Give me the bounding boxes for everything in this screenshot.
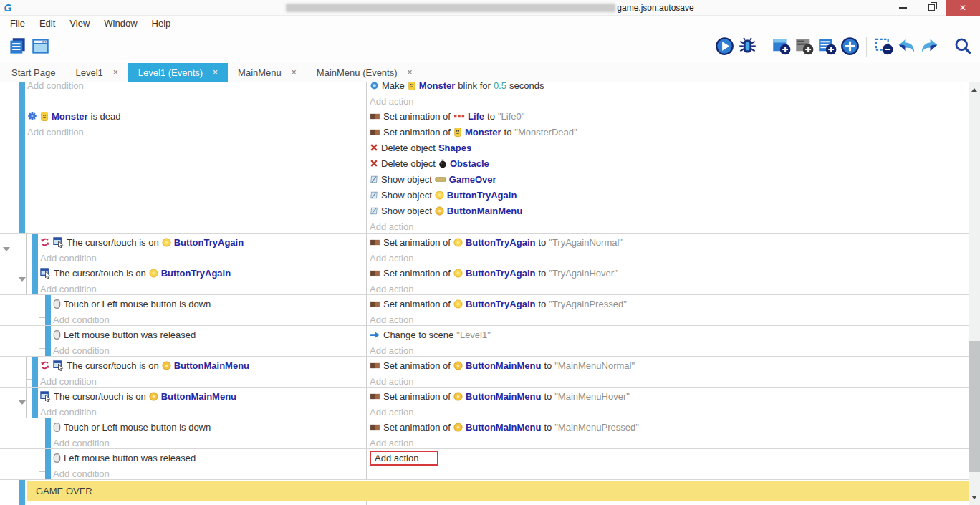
add-circle-button[interactable]: [838, 36, 861, 59]
tab-start-page[interactable]: Start Page: [1, 63, 65, 82]
actions-column[interactable]: Set animation of ButtonTryAgain to "TryA…: [367, 234, 969, 264]
debug-button[interactable]: [736, 36, 759, 59]
menu-window[interactable]: Window: [97, 16, 144, 32]
menu-edit[interactable]: Edit: [32, 16, 62, 32]
tab-close-icon[interactable]: ×: [292, 67, 297, 77]
conditions-column[interactable]: Left mouse button was releasedAdd condit…: [53, 326, 367, 356]
condition-line[interactable]: Touch or Left mouse button is down: [53, 296, 366, 312]
event-row[interactable]: Touch or Left mouse button is downAdd co…: [0, 418, 969, 449]
scroll-down-icon[interactable]: [971, 496, 977, 499]
add-action-link[interactable]: Add action: [370, 218, 969, 234]
tab-level1[interactable]: Level1×: [65, 63, 128, 82]
redo-button[interactable]: [918, 36, 941, 59]
event-row[interactable]: The cursor/touch is on ButtonMainMenuAdd…: [0, 357, 969, 388]
conditions-column[interactable]: Touch or Left mouse button is downAdd co…: [53, 418, 367, 448]
close-button[interactable]: ✕: [946, 0, 980, 16]
action-line[interactable]: Set animation of Monster to "MonsterDead…: [370, 124, 969, 140]
conditions-column[interactable]: The cursor/touch is on ButtonMainMenuAdd…: [40, 388, 367, 418]
search-button[interactable]: [951, 36, 974, 59]
condition-line[interactable]: The cursor/touch is on ButtonTryAgain: [40, 234, 366, 250]
add-condition-link[interactable]: Add condition: [40, 281, 366, 295]
add-comment-button[interactable]: [792, 36, 815, 59]
conditions-column[interactable]: The cursor/touch is on ButtonMainMenuAdd…: [40, 357, 367, 387]
scrollbar-thumb[interactable]: [969, 341, 980, 472]
event-row[interactable]: The cursor/touch is on ButtonTryAgainAdd…: [0, 234, 969, 264]
condition-line[interactable]: The cursor/touch is on ButtonMainMenu: [40, 357, 366, 373]
tab-close-icon[interactable]: ×: [408, 67, 413, 77]
add-action-link[interactable]: Add action: [370, 373, 969, 388]
event-row[interactable]: Add conditionMake Monster blink for 0.5 …: [0, 82, 969, 107]
tab-level1-events-[interactable]: Level1 (Events)×: [128, 63, 228, 82]
conditions-column[interactable]: Left mouse button was releasedAdd condit…: [53, 449, 367, 479]
add-condition-link[interactable]: Add condition: [53, 435, 366, 449]
tab-mainmenu[interactable]: MainMenu×: [228, 63, 307, 82]
conditions-column[interactable]: Add condition: [27, 82, 367, 107]
add-action-link[interactable]: Add action: [370, 281, 969, 295]
add-condition-link[interactable]: Add condition: [40, 250, 366, 264]
menu-view[interactable]: View: [62, 16, 97, 32]
action-line[interactable]: Show object GameOver: [370, 171, 969, 187]
actions-column[interactable]: Set animation of ButtonTryAgain to "TryA…: [367, 264, 969, 294]
tab-mainmenu-events-[interactable]: MainMenu (Events)×: [307, 63, 423, 82]
action-line[interactable]: Delete object Obstacle: [370, 155, 969, 171]
event-row[interactable]: [0, 501, 969, 505]
action-line[interactable]: Make Monster blink for 0.5 seconds: [370, 82, 969, 93]
event-row[interactable]: Monster is deadAdd conditionSet animatio…: [0, 107, 969, 234]
actions-column[interactable]: Change to scene "Level1"Add action: [367, 326, 969, 356]
add-condition-link[interactable]: Add condition: [53, 342, 366, 357]
add-action-link[interactable]: Add action: [370, 404, 969, 418]
add-condition-link[interactable]: Add condition: [40, 404, 366, 418]
actions-column[interactable]: Set animation of ButtonMainMenu to "Main…: [367, 357, 969, 387]
start-page-button[interactable]: [29, 36, 52, 59]
play-button[interactable]: [713, 36, 736, 59]
action-line[interactable]: Set animation of ButtonMainMenu to "Main…: [370, 419, 969, 435]
project-manager-button[interactable]: [6, 36, 29, 59]
action-line[interactable]: Show object ButtonMainMenu: [370, 203, 969, 218]
actions-column[interactable]: [367, 501, 969, 505]
action-line[interactable]: Change to scene "Level1": [370, 327, 969, 342]
action-line[interactable]: Show object ButtonTryAgain: [370, 187, 969, 203]
vertical-scrollbar[interactable]: [969, 82, 980, 505]
remove-event-button[interactable]: [872, 36, 895, 59]
action-line[interactable]: Delete object Shapes: [370, 140, 969, 155]
condition-line[interactable]: Left mouse button was released: [53, 327, 366, 342]
add-action-link-highlighted[interactable]: Add action: [370, 450, 969, 466]
action-line[interactable]: Set animation of ButtonTryAgain to "TryA…: [370, 265, 969, 281]
add-condition-link[interactable]: Add condition: [27, 82, 366, 93]
scroll-up-icon[interactable]: [971, 88, 977, 92]
tab-close-icon[interactable]: ×: [213, 67, 218, 77]
fold-arrow-icon[interactable]: [3, 247, 10, 251]
action-line[interactable]: Set animation of ButtonMainMenu to "Main…: [370, 357, 969, 373]
condition-line[interactable]: The cursor/touch is on ButtonMainMenu: [40, 388, 366, 404]
restore-button[interactable]: [917, 0, 946, 16]
add-action-link[interactable]: Add action: [370, 435, 969, 449]
actions-column[interactable]: Set animation of ButtonTryAgain to "TryA…: [367, 295, 969, 325]
conditions-column[interactable]: [27, 501, 367, 505]
event-row[interactable]: The cursor/touch is on ButtonTryAgainAdd…: [0, 264, 969, 295]
condition-line[interactable]: Left mouse button was released: [53, 450, 366, 466]
add-action-link[interactable]: Add action: [370, 342, 969, 357]
action-line[interactable]: Set animation of ButtonMainMenu to "Main…: [370, 388, 969, 404]
condition-line[interactable]: The cursor/touch is on ButtonTryAgain: [40, 265, 366, 281]
condition-line[interactable]: Monster is dead: [27, 108, 366, 124]
add-event-button[interactable]: [769, 36, 792, 59]
action-line[interactable]: Set animation of ButtonTryAgain to "TryA…: [370, 296, 969, 312]
add-condition-link[interactable]: Add condition: [53, 466, 366, 480]
add-action-link[interactable]: Add action: [370, 250, 969, 264]
conditions-column[interactable]: Monster is deadAdd condition: [27, 107, 367, 233]
conditions-column[interactable]: Touch or Left mouse button is downAdd co…: [53, 295, 367, 325]
add-subevent-button[interactable]: [815, 36, 838, 59]
comment-event[interactable]: GAME OVER: [0, 480, 969, 501]
event-row[interactable]: The cursor/touch is on ButtonMainMenuAdd…: [0, 388, 969, 418]
actions-column[interactable]: Add action: [367, 449, 969, 479]
tutorial-highlight-box[interactable]: Add action: [370, 451, 438, 466]
fold-arrow-icon[interactable]: [19, 400, 26, 405]
add-action-link[interactable]: Add action: [370, 93, 969, 107]
action-line[interactable]: Set animation of Life to "Life0": [370, 108, 969, 124]
event-row[interactable]: Left mouse button was releasedAdd condit…: [0, 326, 969, 357]
add-action-link[interactable]: Add action: [370, 312, 969, 326]
actions-column[interactable]: Set animation of Life to "Life0"Set anim…: [367, 107, 969, 233]
event-row[interactable]: Touch or Left mouse button is downAdd co…: [0, 295, 969, 326]
actions-column[interactable]: Make Monster blink for 0.5 secondsAdd ac…: [367, 82, 969, 107]
minimize-button[interactable]: [888, 0, 917, 16]
